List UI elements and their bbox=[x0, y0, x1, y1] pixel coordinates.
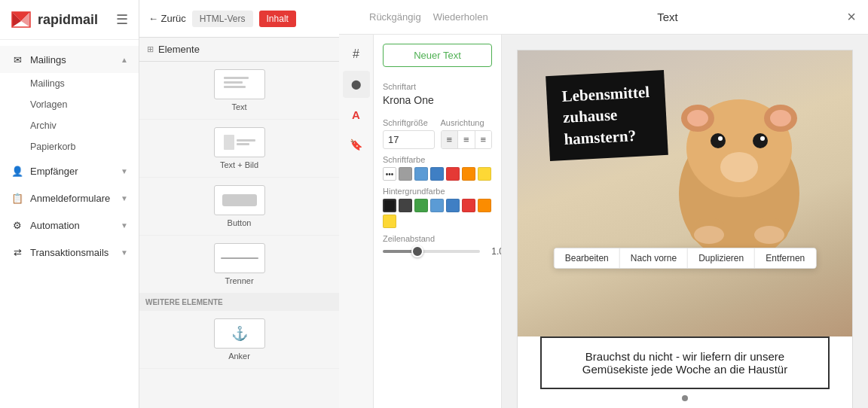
hamster-svg bbox=[656, 73, 822, 269]
bg-color-orange[interactable] bbox=[478, 199, 491, 212]
hash-icon-btn[interactable]: # bbox=[343, 41, 370, 68]
rapidmail-logo-icon bbox=[11, 9, 32, 30]
bottom-text-block[interactable]: Brauchst du nicht - wir liefern dir unse… bbox=[540, 336, 830, 389]
sidebar-anmeldeformulare-label: Anmeldeformulare bbox=[30, 193, 115, 204]
backdrop-topbar: ← Zurüc HTML-Vers Inhalt bbox=[139, 0, 339, 38]
line-spacing-label: Zeilenabstand bbox=[383, 234, 492, 243]
align-left-button[interactable]: ≡ bbox=[442, 131, 459, 148]
elements-item-anker[interactable]: ⚓ Anker bbox=[139, 311, 339, 369]
transaktionsmails-chevron-icon: ▼ bbox=[121, 248, 128, 257]
bg-color-label: Hintergrundfarbe bbox=[383, 187, 492, 196]
svg-point-19 bbox=[754, 226, 784, 244]
align-center-button[interactable]: ≡ bbox=[458, 131, 475, 148]
hamster-image-block: Lebensmittel zuhause hamstern? Bearbeite… bbox=[518, 50, 852, 336]
sidebar-item-transaktionsmails[interactable]: ⇄ Transaktionsmails ▼ bbox=[0, 239, 139, 266]
empfanger-icon: 👤 bbox=[11, 164, 24, 178]
further-elements-label: WEITERE ELEMENTE bbox=[139, 294, 339, 311]
font-size-input[interactable] bbox=[383, 130, 435, 149]
html-version-tab[interactable]: HTML-Vers bbox=[192, 11, 253, 27]
svg-point-15 bbox=[720, 152, 758, 182]
canvas-area[interactable]: Lebensmittel zuhause hamstern? Bearbeite… bbox=[502, 35, 868, 408]
font-color-yellow[interactable] bbox=[478, 167, 491, 181]
trenner-element-label: Trenner bbox=[225, 276, 253, 285]
duplizieren-button[interactable]: Duplizieren bbox=[688, 248, 755, 268]
button-element-preview bbox=[214, 185, 265, 215]
text-modal: Rückgängig Wiederholen Text × # ⬤ A 🔖 Ne… bbox=[339, 0, 868, 408]
text-element-label: Text bbox=[231, 102, 246, 111]
bg-color-swatches bbox=[383, 199, 492, 228]
circle-icon-btn[interactable]: ⬤ bbox=[343, 71, 370, 98]
new-text-button[interactable]: Neuer Text bbox=[383, 44, 492, 67]
sidebar-item-anmeldeformulare[interactable]: 📋 Anmeldeformulare ▼ bbox=[0, 184, 139, 212]
modal-close-button[interactable]: × bbox=[847, 8, 856, 26]
anker-element-preview: ⚓ bbox=[214, 318, 265, 349]
svg-point-9 bbox=[770, 110, 791, 126]
overlay-text-block: Lebensmittel zuhause hamstern? bbox=[546, 70, 668, 161]
sidebar-mailings-label: Mailings bbox=[30, 54, 115, 65]
anmeldeformulare-icon: 📋 bbox=[11, 191, 24, 205]
modal-header: Rückgängig Wiederholen Text × bbox=[339, 0, 868, 35]
font-color-label: Schriftfarbe bbox=[383, 155, 492, 164]
svg-point-12 bbox=[718, 136, 723, 141]
bg-color-blue1[interactable] bbox=[430, 199, 444, 212]
elements-header: ⊞ Elemente bbox=[139, 38, 339, 62]
sidebar-item-mailings-sub[interactable]: Mailings bbox=[0, 73, 139, 94]
modal-title: Text bbox=[488, 11, 848, 23]
bearbeiten-button[interactable]: Bearbeiten bbox=[555, 248, 620, 268]
font-color-red[interactable] bbox=[446, 167, 460, 181]
text-image-element-label: Text + Bild bbox=[220, 160, 258, 169]
backdrop-elements-panel: ⊞ Elemente Text bbox=[139, 38, 339, 408]
font-color-dots[interactable]: ••• bbox=[383, 167, 396, 181]
font-color-gray[interactable] bbox=[399, 167, 412, 181]
sidebar-item-vorlagen[interactable]: Vorlagen bbox=[0, 94, 139, 115]
sidebar-item-mailings[interactable]: ✉ Mailings ▲ bbox=[0, 46, 139, 73]
transaktionsmails-icon: ⇄ bbox=[11, 245, 24, 259]
sidebar-item-automation[interactable]: ⚙ Automation ▼ bbox=[0, 212, 139, 239]
nach-vorne-button[interactable]: Nach vorne bbox=[620, 248, 688, 268]
automation-chevron-icon: ▼ bbox=[121, 221, 128, 230]
line-spacing-value: 1.0 bbox=[486, 246, 502, 257]
bg-color-yellow[interactable] bbox=[383, 215, 396, 228]
sidebar-item-empfanger[interactable]: 👤 Empfänger ▼ bbox=[0, 157, 139, 184]
redo-button[interactable]: Wiederholen bbox=[433, 11, 488, 23]
alignment-buttons: ≡ ≡ ≡ bbox=[441, 130, 493, 149]
anker-element-label: Anker bbox=[228, 352, 250, 361]
sidebar-hamburger-icon[interactable]: ☰ bbox=[116, 11, 128, 28]
back-button[interactable]: ← Zurüc bbox=[148, 13, 186, 24]
bg-color-green[interactable] bbox=[414, 199, 428, 212]
bg-color-darkgray[interactable] bbox=[399, 199, 412, 212]
elements-item-text[interactable]: Text bbox=[139, 62, 339, 120]
type-a-icon-btn[interactable]: A bbox=[343, 101, 370, 128]
action-toolbar: Bearbeiten Nach vorne Duplizieren Entfer… bbox=[554, 248, 817, 269]
font-family-label: Schriftart bbox=[383, 82, 492, 91]
bg-color-red[interactable] bbox=[462, 199, 475, 212]
undo-button[interactable]: Rückgängig bbox=[369, 11, 421, 23]
bottom-text-content: Brauchst du nicht - wir liefern dir unse… bbox=[582, 350, 787, 376]
bg-color-blue2[interactable] bbox=[446, 199, 460, 212]
text-image-element-preview bbox=[214, 127, 265, 157]
bookmark-icon-btn[interactable]: 🔖 bbox=[343, 131, 370, 158]
sidebar-automation-label: Automation bbox=[30, 220, 115, 231]
font-size-col: Schriftgröße bbox=[383, 112, 435, 149]
button-element-label: Button bbox=[228, 218, 252, 227]
elements-item-button[interactable]: Button bbox=[139, 178, 339, 236]
elements-item-text-image[interactable]: Text + Bild bbox=[139, 120, 339, 178]
entfernen-button[interactable]: Entfernen bbox=[755, 248, 815, 268]
font-color-orange[interactable] bbox=[462, 167, 475, 181]
font-size-label: Schriftgröße bbox=[383, 118, 435, 127]
svg-point-7 bbox=[687, 110, 708, 126]
svg-point-13 bbox=[760, 136, 765, 141]
bg-color-black[interactable] bbox=[383, 199, 396, 212]
modal-body: # ⬤ A 🔖 Neuer Text Schriftart Krona One … bbox=[339, 35, 868, 408]
font-color-blue2[interactable] bbox=[430, 167, 444, 181]
sidebar-item-archiv[interactable]: Archiv bbox=[0, 115, 139, 136]
inhalt-tab[interactable]: Inhalt bbox=[259, 11, 296, 27]
elements-item-trenner[interactable]: Trenner bbox=[139, 236, 339, 294]
sidebar-item-papierkorb[interactable]: Papierkorb bbox=[0, 136, 139, 157]
sidebar-logo-text: rapidmail bbox=[38, 12, 98, 28]
sidebar-navigation: ✉ Mailings ▲ Mailings Vorlagen Archiv Pa… bbox=[0, 40, 139, 408]
font-color-blue1[interactable] bbox=[414, 167, 428, 181]
align-right-button[interactable]: ≡ bbox=[475, 131, 492, 148]
font-color-swatches: ••• bbox=[383, 167, 492, 181]
line-spacing-slider[interactable] bbox=[383, 250, 480, 253]
